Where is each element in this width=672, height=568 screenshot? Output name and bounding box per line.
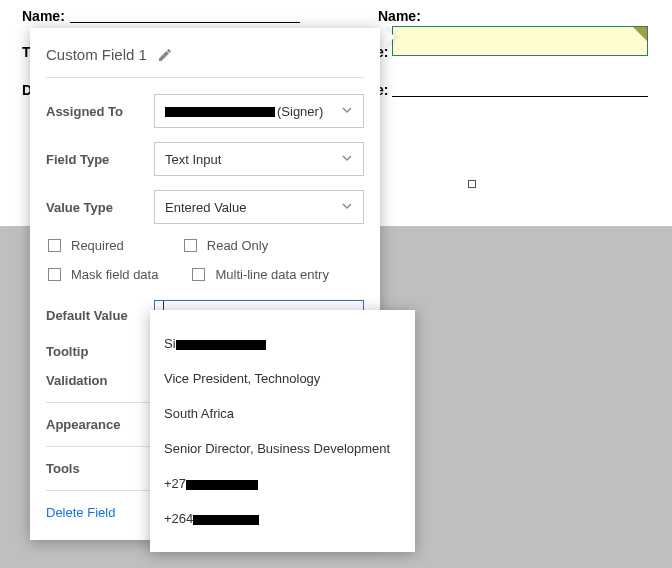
- mask-label: Mask field data: [71, 267, 158, 282]
- redacted-text: [176, 340, 266, 350]
- checkbox-icon: [184, 239, 197, 252]
- default-value-label: Default Value: [46, 308, 154, 323]
- suggest-item-4[interactable]: Senior Director, Business Development: [164, 431, 401, 466]
- chevron-down-icon: [341, 152, 353, 167]
- suggest-item-5-prefix: +27: [164, 476, 186, 491]
- suggest-item-2[interactable]: Vice President, Technology: [164, 361, 401, 396]
- chevron-down-icon: [341, 200, 353, 215]
- chevron-down-icon: [341, 104, 353, 119]
- name-label-right: Name:: [378, 8, 421, 24]
- required-label: Required: [71, 238, 124, 253]
- value-type-value: Entered Value: [165, 200, 246, 215]
- assigned-to-suffix: (Signer): [277, 104, 323, 119]
- name-label-left: Name:: [22, 8, 65, 24]
- popup-header: Custom Field 1: [46, 46, 364, 78]
- suggest-item-6-prefix: +264: [164, 511, 193, 526]
- readonly-checkbox-wrap[interactable]: Read Only: [184, 238, 268, 253]
- redacted-text: [186, 480, 258, 490]
- autocomplete-dropdown: Si Vice President, Technology South Afri…: [150, 310, 415, 552]
- redacted-text: [193, 515, 259, 525]
- readonly-label: Read Only: [207, 238, 268, 253]
- assigned-to-label: Assigned To: [46, 104, 154, 119]
- e-underline: [392, 96, 648, 97]
- suggest-item-6[interactable]: +264: [164, 501, 401, 536]
- field-highlight[interactable]: [392, 26, 648, 56]
- edit-icon[interactable]: [157, 47, 173, 63]
- required-checkbox-wrap[interactable]: Required: [48, 238, 124, 253]
- field-type-label: Field Type: [46, 152, 154, 167]
- suggest-item-1-prefix: Si: [164, 336, 176, 351]
- field-type-select[interactable]: Text Input: [154, 142, 364, 176]
- doc-small-marker: [468, 180, 476, 188]
- checkbox-icon: [48, 268, 61, 281]
- field-type-value: Text Input: [165, 152, 221, 167]
- mask-checkbox-wrap[interactable]: Mask field data: [48, 267, 158, 282]
- suggest-item-1[interactable]: Si: [164, 326, 401, 361]
- multiline-checkbox-wrap[interactable]: Multi-line data entry: [192, 267, 328, 282]
- name-underline-left: [70, 22, 300, 23]
- suggest-item-3[interactable]: South Africa: [164, 396, 401, 431]
- field-corner-icon: [633, 27, 647, 41]
- popup-title: Custom Field 1: [46, 46, 147, 63]
- assigned-to-redacted: [165, 107, 275, 117]
- value-type-label: Value Type: [46, 200, 154, 215]
- checkbox-icon: [192, 268, 205, 281]
- suggest-item-5[interactable]: +27: [164, 466, 401, 501]
- value-type-select[interactable]: Entered Value: [154, 190, 364, 224]
- checkbox-icon: [48, 239, 61, 252]
- multiline-label: Multi-line data entry: [215, 267, 328, 282]
- assigned-to-select[interactable]: (Signer): [154, 94, 364, 128]
